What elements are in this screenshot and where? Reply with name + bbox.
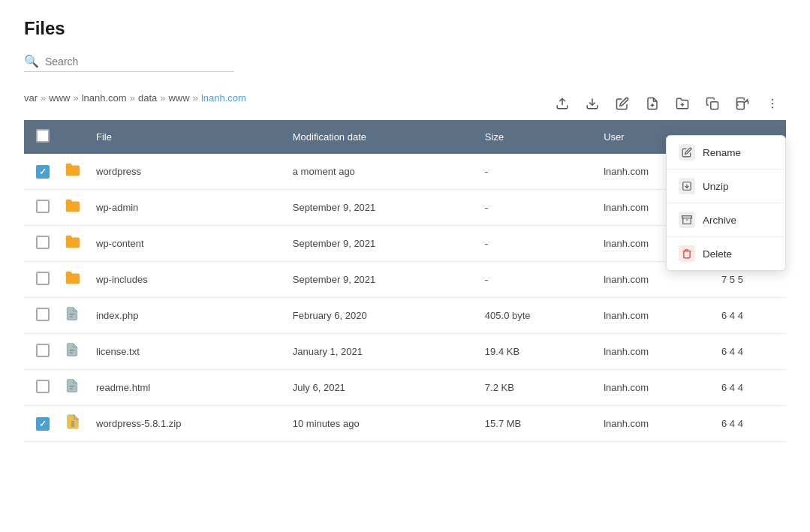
- row-checkbox[interactable]: [36, 165, 50, 179]
- breadcrumb-toolbar-row: var » www » lnanh.com » data » www » lna…: [24, 90, 786, 117]
- svg-point-9: [772, 99, 773, 101]
- breadcrumb: var » www » lnanh.com » data » www » lna…: [24, 92, 246, 104]
- file-name[interactable]: index.php: [89, 298, 285, 334]
- folder-icon: [65, 200, 81, 217]
- table-row[interactable]: license.txtJanuary 1, 202119.4 KBlnanh.c…: [24, 334, 786, 370]
- search-container: 🔍: [24, 54, 234, 72]
- file-mod-date: September 9, 2021: [285, 226, 477, 262]
- svg-point-11: [772, 107, 773, 108]
- rename-icon: [679, 144, 695, 161]
- file-perms: 6 4 4: [714, 370, 786, 406]
- file-name[interactable]: wp-includes: [89, 262, 285, 298]
- file-mod-date: July 6, 2021: [285, 370, 477, 406]
- header-file: File: [89, 120, 285, 154]
- file-size: -: [477, 226, 596, 262]
- download-button[interactable]: [579, 90, 606, 117]
- file-perms: 6 4 4: [714, 298, 786, 334]
- file-size: 405.0 byte: [477, 298, 596, 334]
- svg-rect-18: [71, 421, 74, 422]
- archive-icon: [679, 212, 695, 228]
- file-name[interactable]: wordpress-5.8.1.zip: [89, 406, 285, 442]
- row-checkbox[interactable]: [36, 344, 50, 357]
- folder-icon: [65, 164, 81, 181]
- file-size: -: [477, 190, 596, 226]
- row-checkbox[interactable]: [36, 308, 50, 321]
- unzip-icon: [679, 178, 695, 194]
- edit-button[interactable]: [609, 90, 636, 117]
- row-checkbox[interactable]: [36, 417, 50, 431]
- copy-button[interactable]: [699, 90, 726, 117]
- new-folder-button[interactable]: [669, 90, 696, 117]
- file-mod-date: January 1, 2021: [285, 334, 477, 370]
- zip-icon: [65, 418, 81, 433]
- header-icon: [57, 120, 89, 154]
- more-button[interactable]: [759, 90, 786, 117]
- page-container: Files 🔍 var » www » lnanh.com » data » w…: [0, 0, 810, 532]
- breadcrumb-data[interactable]: data: [138, 92, 157, 104]
- file-perms: 6 4 4: [714, 406, 786, 442]
- file-mod-date: February 6, 2020: [285, 298, 477, 334]
- table-row[interactable]: index.phpFebruary 6, 2020405.0 bytelnanh…: [24, 298, 786, 334]
- file-user: lnanh.com: [596, 406, 714, 442]
- search-icon: 🔍: [24, 54, 39, 68]
- file-name[interactable]: wp-admin: [89, 190, 285, 226]
- svg-rect-23: [682, 216, 692, 218]
- file-icon: [65, 382, 80, 397]
- context-menu-rename[interactable]: Rename: [667, 136, 785, 170]
- breadcrumb-var[interactable]: var: [24, 92, 38, 104]
- file-mod-date: September 9, 2021: [285, 190, 477, 226]
- file-name[interactable]: readme.html: [89, 370, 285, 406]
- file-name[interactable]: license.txt: [89, 334, 285, 370]
- rename-label: Rename: [703, 147, 741, 158]
- row-checkbox[interactable]: [36, 272, 50, 285]
- file-name[interactable]: wp-content: [89, 226, 285, 262]
- delete-label: Delete: [703, 248, 732, 260]
- new-file-button[interactable]: [639, 90, 666, 117]
- svg-rect-19: [71, 423, 74, 425]
- select-all-checkbox[interactable]: [36, 129, 50, 143]
- file-icon: [65, 346, 80, 361]
- delete-icon: [679, 245, 695, 262]
- file-mod-date: 10 minutes ago: [285, 406, 477, 442]
- file-user: lnanh.com: [596, 370, 714, 406]
- header-checkbox[interactable]: [24, 120, 57, 154]
- table-row[interactable]: readme.htmlJuly 6, 20217.2 KBlnanh.com6 …: [24, 370, 786, 406]
- breadcrumb-lnanh-active[interactable]: lnanh.com: [201, 92, 246, 104]
- file-name[interactable]: wordpress: [89, 154, 285, 190]
- file-perms: 6 4 4: [714, 334, 786, 370]
- move-button[interactable]: [729, 90, 756, 117]
- page-title: Files: [24, 18, 786, 39]
- archive-label: Archive: [703, 215, 736, 226]
- file-user: lnanh.com: [596, 334, 714, 370]
- header-size: Size: [477, 120, 596, 154]
- context-menu: RenameUnzipArchiveDelete: [666, 135, 786, 271]
- header-mod-date: Modification date: [285, 120, 477, 154]
- upload-button[interactable]: [549, 90, 576, 117]
- context-menu-delete[interactable]: Delete: [667, 237, 785, 270]
- breadcrumb-lnanh1[interactable]: lnanh.com: [82, 92, 127, 104]
- file-icon: [65, 310, 80, 325]
- unzip-label: Unzip: [703, 181, 729, 192]
- breadcrumb-www1[interactable]: www: [49, 92, 70, 104]
- file-size: 7.2 KB: [477, 370, 596, 406]
- svg-rect-6: [711, 102, 718, 110]
- toolbar: [549, 90, 786, 117]
- folder-icon: [65, 272, 81, 289]
- file-size: -: [477, 154, 596, 190]
- file-user: lnanh.com: [596, 298, 714, 334]
- context-menu-archive[interactable]: Archive: [667, 203, 785, 237]
- svg-point-10: [772, 103, 773, 104]
- folder-icon: [65, 236, 81, 253]
- file-size: -: [477, 262, 596, 298]
- row-checkbox[interactable]: [36, 200, 50, 213]
- table-row[interactable]: wordpress-5.8.1.zip10 minutes ago15.7 MB…: [24, 406, 786, 442]
- row-checkbox[interactable]: [36, 380, 50, 393]
- context-menu-unzip[interactable]: Unzip: [667, 170, 785, 203]
- svg-rect-20: [71, 425, 74, 427]
- file-size: 19.4 KB: [477, 334, 596, 370]
- breadcrumb-www2[interactable]: www: [168, 92, 189, 104]
- file-mod-date: September 9, 2021: [285, 262, 477, 298]
- row-checkbox[interactable]: [36, 236, 50, 249]
- file-mod-date: a moment ago: [285, 154, 477, 190]
- search-input[interactable]: [45, 56, 234, 68]
